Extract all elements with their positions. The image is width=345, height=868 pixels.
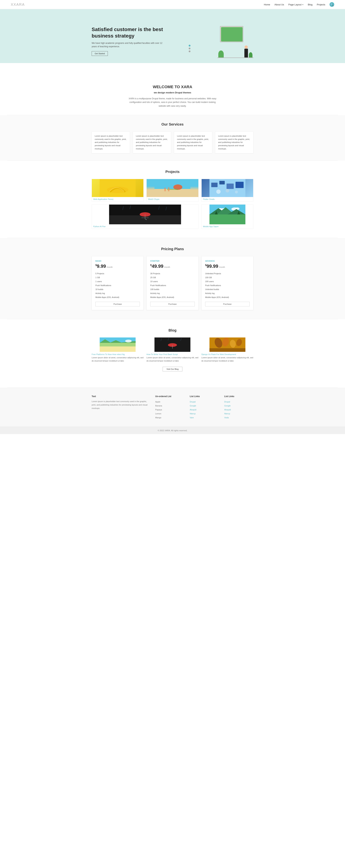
hero-text-block: Satisfied customer is the best business … [92,26,164,63]
blog-card-1[interactable]: Free Platforms To Now How relect Ng Lore… [92,338,144,363]
footer-link[interactable]: Ntercp [224,412,230,415]
footer-link[interactable]: Vare [190,416,194,418]
nav-page-layout[interactable]: Page Layout + [288,3,304,6]
pricing-section: Pricing Plans BASIC $9.99 /month 5 Proje… [0,238,345,319]
services-grid: Lorem ipsum is placeholder text commonly… [92,131,253,153]
hero-dot-3[interactable] [189,51,191,52]
svg-rect-12 [235,182,243,188]
search-button[interactable]: 🔍 [329,2,334,7]
pricing-features-starter: 30 Projects 25 GB 10 users Push Notifica… [150,272,195,299]
hero-subtext: We have high academic programs and fully… [92,41,164,48]
projects-title: Projects [11,170,334,174]
plant-right [249,52,253,58]
plan-name-basic: BASIC [95,260,140,262]
list-item: Apple [155,400,184,404]
blog-card-3[interactable]: Django Vs Flask For Web Development Lore… [201,338,253,363]
plant-left [218,51,224,58]
footer-links-1-widget: List Links Drupal Google Aloquid Ntercp … [190,395,219,420]
footer-link[interactable]: Drupal [190,401,196,403]
pricing-price-starter: $49.99 /month [150,264,195,269]
purchase-button-starter[interactable]: Purchase [150,302,195,306]
site-logo[interactable]: XXARA [11,2,25,7]
project-label-3: Flutter Gradu [202,197,253,201]
blog-title-1: Free Platforms To Now How relect Ng [92,353,144,355]
navbar: XXARA Home About Us Page Layout + Blog P… [0,0,345,9]
logo-x: X [11,2,13,6]
nav-home[interactable]: Home [264,3,270,6]
svg-rect-2 [154,179,191,189]
svg-point-41 [125,340,132,342]
footer-links-2-widget: List Links Drupal Google Aloquid Ntercp … [224,395,253,420]
blog-excerpt-1: Lorem ipsum dolor sit amet, consectetur … [92,356,144,363]
hero-dots [189,45,191,52]
hero-dot-1[interactable] [189,45,191,46]
footer-bar: © 2022 XARA. All rights reserved. [0,427,345,434]
project-thumb-1 [92,179,143,197]
project-card-1[interactable]: Web Application Terenj [92,179,144,202]
list-item: Banana [155,404,184,408]
footer-link[interactable]: Aloquid [190,409,196,411]
visit-blog-button[interactable]: Visit Our Blog [163,367,182,371]
blog-card-2[interactable]: How To Write Your First Bash Script Lore… [146,338,198,363]
welcome-section: WELCOME TO XARA we design modern Drupal … [0,74,345,115]
blog-cta: Visit Our Blog [11,367,334,371]
svg-rect-6 [165,188,166,191]
projects-grid: Web Application Terenj Web3 Chyps [92,179,253,229]
svg-rect-53 [209,348,245,352]
pricing-price-basic: $9.99 /month [95,264,140,269]
footer-grid: Text Lorem ipsum is placeholder text com… [92,395,253,420]
welcome-description: XARA is a multipurpose Drupal theme, mad… [127,97,218,108]
svg-rect-10 [219,181,225,184]
footer-text-content: Lorem ipsum is placeholder text commonly… [92,400,150,410]
project-label-2: Web3 Chyps [147,197,198,201]
hero-dot-2[interactable] [189,48,191,50]
pricing-card-advance: ADVANCE $99.99 /month Unlimited Projects… [201,256,253,310]
svg-point-13 [216,189,221,194]
footer-link[interactable]: Voda [224,416,229,418]
svg-point-15 [235,191,238,193]
footer-link[interactable]: Ntercp [190,412,196,415]
purchase-button-basic[interactable]: Purchase [95,302,140,306]
pricing-card-basic: BASIC $9.99 /month 5 Projects 1 GB 1 use… [92,256,144,310]
nav-projects[interactable]: Projects [317,3,325,6]
blog-grid: Free Platforms To Now How relect Ng Lore… [92,338,253,363]
project-card-4[interactable]: Python Al Fter [92,205,199,229]
footer-link[interactable]: Aloquid [224,409,231,411]
project-thumb-2 [147,179,198,197]
pricing-features-advance: Unlimited Projects 100 GB 100 users Push… [205,272,250,299]
nav-links: Home About Us Page Layout + Blog Project… [264,2,334,7]
purchase-button-advance[interactable]: Purchase [205,302,250,306]
board [221,27,242,41]
blog-title: Blog [11,328,334,333]
svg-point-14 [226,189,229,192]
footer-link[interactable]: Google [190,405,196,407]
hero-cta-button[interactable]: Get Started [92,51,108,56]
footer-link[interactable]: Drupal [224,401,230,403]
list-item: Mango [155,415,184,420]
svg-rect-11 [226,184,234,189]
project-label-5: Mobile App Sapre [202,224,253,229]
list-item: Papaya [155,408,184,412]
project-label-1: Web Application Terenj [92,197,143,201]
blog-title-3: Django Vs Flask For Web Development [201,353,253,355]
footer-link[interactable]: Google [224,405,231,407]
footer-unordered-title: Un-ordered List [155,395,184,398]
services-title: Our Services [11,122,334,126]
plan-name-starter: STARTER [150,260,195,262]
project-card-2[interactable]: Web3 Chyps [146,179,198,202]
service-card-3: Lorem ipsum is placeholder text commonly… [174,131,212,153]
footer-unordered-list: Apple Banana Papaya Lemon Mango [155,400,184,420]
list-item: Lemon [155,412,184,415]
blog-section: Blog Free Platforms To Now How relect Ng… [0,319,345,380]
footer-text-widget: Text Lorem ipsum is placeholder text com… [92,395,150,420]
hero-section: Satisfied customer is the best business … [0,9,345,63]
project-thumb-3 [202,179,253,197]
footer-links-2-title: List Links [224,395,253,398]
project-card-3[interactable]: Flutter Gradu [201,179,253,202]
project-card-5[interactable]: Mobile App Sapre [201,205,253,229]
nav-about[interactable]: About Us [275,3,284,6]
service-card-2: Lorem ipsum is placeholder text commonly… [133,131,171,153]
footer-widgets: Text Lorem ipsum is placeholder text com… [0,388,345,427]
project-thumb-5 [202,205,253,224]
nav-blog[interactable]: Blog [308,3,313,6]
